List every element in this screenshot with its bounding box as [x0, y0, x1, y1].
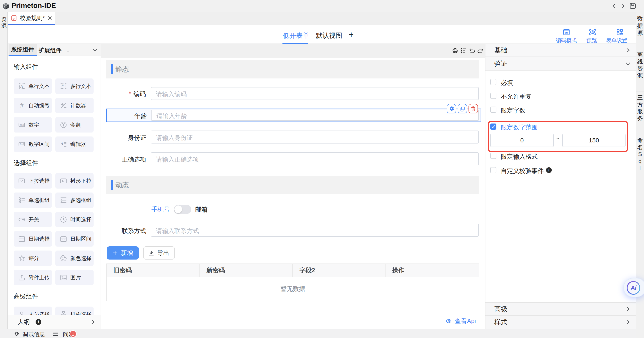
- svg-text:1~3: 1~3: [20, 143, 24, 146]
- svg-text:A: A: [20, 84, 23, 89]
- svg-text:#: #: [20, 102, 24, 109]
- svg-text:A: A: [60, 142, 63, 146]
- svg-text:123: 123: [20, 124, 24, 126]
- svg-text:A: A: [62, 84, 64, 87]
